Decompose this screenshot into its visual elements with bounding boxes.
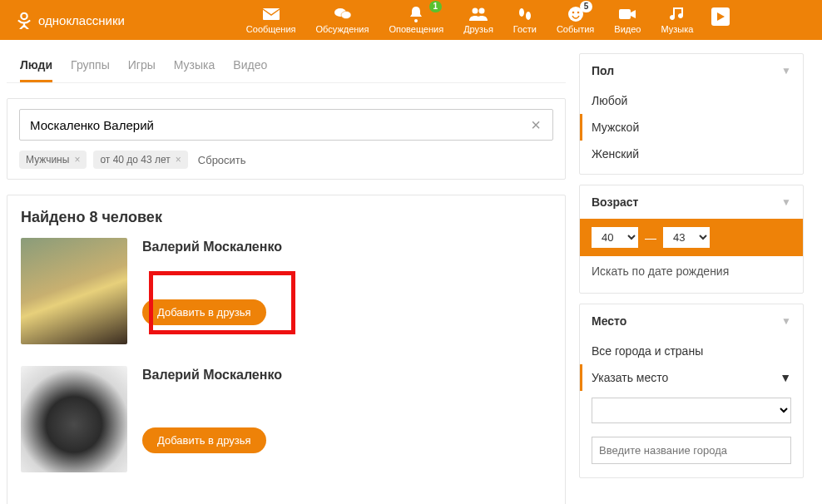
- search-panel: × Мужчины× от 40 до 43 лет× Сбросить: [7, 98, 566, 180]
- search-by-birthdate[interactable]: Искать по дате рождения: [580, 256, 803, 286]
- nav-label: Музыка: [661, 24, 693, 34]
- panel-title: Место: [592, 314, 626, 328]
- chip-remove-icon[interactable]: ×: [74, 154, 80, 166]
- tab-games[interactable]: Игры: [128, 58, 156, 82]
- chip-label: Мужчины: [26, 154, 69, 166]
- chevron-down-icon: ▼: [781, 196, 791, 208]
- chevron-down-icon: ▼: [781, 315, 791, 327]
- nav-label: Обсуждения: [316, 24, 369, 34]
- nav-label: Оповещения: [389, 24, 443, 34]
- tutorial-highlight: [149, 271, 295, 334]
- chip-remove-icon[interactable]: ×: [176, 154, 181, 166]
- city-input[interactable]: [592, 437, 791, 464]
- age-to-select[interactable]: 43: [663, 227, 710, 248]
- video-icon: [618, 6, 636, 22]
- nav-discussions[interactable]: Обсуждения: [311, 4, 374, 36]
- country-select[interactable]: [592, 398, 791, 423]
- gender-option-male[interactable]: Мужской: [580, 114, 803, 141]
- filter-place: Место ▼ Все города и страны Указать мест…: [579, 304, 804, 478]
- nav-label: События: [557, 24, 594, 34]
- svg-point-10: [572, 12, 574, 14]
- gender-option-any[interactable]: Любой: [580, 87, 803, 114]
- music-icon: [670, 6, 685, 22]
- site-logo[interactable]: одноклассники: [15, 11, 125, 29]
- filters-sidebar: Пол ▼ Любой Мужской Женский Возраст ▼ 40…: [579, 53, 804, 488]
- filter-age: Возраст ▼ 40 — 43 Искать по дате рождени…: [579, 185, 804, 294]
- place-city-row: [580, 430, 803, 471]
- svg-point-7: [519, 8, 524, 17]
- place-pick-label: Указать место: [592, 371, 668, 384]
- chip-label: от 40 до 43 лет: [100, 154, 170, 166]
- results-count: Найдено 8 человек: [21, 209, 552, 226]
- chevron-down-icon: ▼: [781, 65, 791, 77]
- tab-video[interactable]: Видео: [233, 58, 267, 82]
- envelope-icon: [262, 6, 280, 22]
- notification-badge: 1: [429, 1, 443, 12]
- avatar[interactable]: [21, 366, 127, 472]
- svg-point-6: [479, 8, 485, 14]
- nav-guests[interactable]: Гости: [508, 4, 542, 36]
- search-field-row: ×: [19, 109, 553, 141]
- avatar[interactable]: [21, 238, 127, 344]
- svg-point-4: [414, 19, 418, 22]
- tab-music[interactable]: Музыка: [174, 58, 215, 82]
- panel-header[interactable]: Пол ▼: [580, 54, 803, 87]
- nav-video[interactable]: Видео: [609, 4, 646, 36]
- svg-point-3: [341, 12, 351, 19]
- age-range-row: 40 — 43: [580, 219, 803, 256]
- footprints-icon: [517, 6, 533, 22]
- site-name: одноклассники: [38, 13, 125, 27]
- nav-music[interactable]: Музыка: [656, 4, 698, 36]
- place-country-row: [580, 391, 803, 430]
- result-name[interactable]: Валерий Москаленко: [142, 368, 552, 383]
- search-input[interactable]: [27, 113, 526, 137]
- main-column: Люди Группы Игры Музыка Видео × Мужчины×…: [7, 53, 566, 504]
- clear-search-icon[interactable]: ×: [526, 116, 546, 135]
- nav-notifications[interactable]: 1 Оповещения: [384, 4, 448, 36]
- chevron-down-icon: ▼: [780, 371, 791, 384]
- filter-gender: Пол ▼ Любой Мужской Женский: [579, 53, 804, 175]
- chip-age: от 40 до 43 лет×: [93, 151, 187, 169]
- svg-point-0: [21, 13, 27, 19]
- play-icon: [716, 12, 725, 22]
- nav-friends[interactable]: Друзья: [458, 4, 498, 36]
- nav-label: Гости: [513, 24, 537, 34]
- svg-point-11: [577, 12, 579, 14]
- nav-label: Видео: [614, 24, 641, 34]
- panel-header[interactable]: Место ▼: [580, 304, 803, 338]
- tab-people[interactable]: Люди: [20, 58, 52, 82]
- svg-point-8: [526, 12, 531, 20]
- result-name[interactable]: Валерий Москаленко: [142, 240, 552, 254]
- nav-events[interactable]: 5 События: [552, 4, 599, 36]
- reset-filters[interactable]: Сбросить: [198, 154, 246, 166]
- age-dash: —: [645, 231, 656, 245]
- result-item: Валерий Москаленко Добавить в друзья: [21, 238, 552, 344]
- age-from-select[interactable]: 40: [592, 227, 638, 248]
- add-friend-button[interactable]: Добавить в друзья: [142, 427, 266, 453]
- top-header: одноклассники Сообщения Обсуждения 1 Опо…: [0, 0, 822, 40]
- top-nav: Сообщения Обсуждения 1 Оповещения Друзья…: [241, 4, 730, 36]
- play-button[interactable]: [711, 7, 730, 26]
- friends-icon: [468, 6, 488, 22]
- nav-messages[interactable]: Сообщения: [241, 4, 301, 36]
- place-option-all[interactable]: Все города и страны: [580, 338, 803, 364]
- svg-rect-12: [619, 9, 631, 19]
- ok-logo-icon: [15, 11, 33, 29]
- gender-option-female[interactable]: Женский: [580, 141, 803, 167]
- svg-point-5: [473, 8, 478, 14]
- nav-label: Сообщения: [246, 24, 296, 34]
- result-body: Валерий Москаленко Добавить в друзья: [142, 366, 552, 472]
- result-item: Валерий Москаленко Добавить в друзья: [21, 366, 552, 472]
- svg-rect-1: [263, 8, 280, 20]
- search-tabs: Люди Группы Игры Музыка Видео: [7, 53, 566, 83]
- page-body: Люди Группы Игры Музыка Видео × Мужчины×…: [0, 40, 822, 504]
- panel-header[interactable]: Возраст ▼: [580, 185, 803, 219]
- filter-chips: Мужчины× от 40 до 43 лет× Сбросить: [19, 151, 553, 169]
- panel-title: Пол: [592, 64, 614, 77]
- tab-groups[interactable]: Группы: [71, 58, 110, 82]
- chat-icon: [334, 6, 352, 22]
- bell-icon: [409, 6, 423, 22]
- panel-title: Возраст: [592, 195, 638, 209]
- chip-gender: Мужчины×: [19, 151, 87, 169]
- place-option-pick[interactable]: Указать место ▼: [580, 364, 803, 391]
